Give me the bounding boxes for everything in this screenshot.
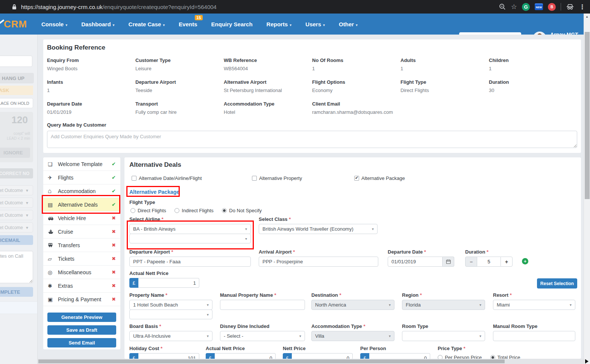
nett-price-input[interactable] (292, 353, 353, 359)
step-pricing-payment[interactable]: ▣Pricing & Payment✖ (43, 293, 120, 306)
nav-console[interactable]: Console▾ (41, 21, 67, 27)
alt-date-airline-flight-option[interactable]: Alternative Date/Airline/Flight (132, 175, 209, 181)
set-outcome-select-1[interactable]: Set Outcome▾ (0, 185, 33, 195)
minus-icon[interactable]: − (465, 257, 477, 267)
radio-do-not-specify[interactable] (222, 208, 227, 213)
holiday-cost-input[interactable] (138, 353, 199, 359)
actual-nett-price-2-input[interactable] (215, 353, 276, 359)
radio-direct-flights[interactable] (130, 208, 135, 213)
call-history-row[interactable]: ) (0, 301, 38, 314)
board-basis-select[interactable]: Ultra All-Inclusive▾ (129, 331, 212, 341)
call-notes-textarea[interactable] (0, 251, 33, 283)
step-cruise[interactable]: Cruise✖ (43, 225, 120, 239)
nav-events[interactable]: Events15 (179, 21, 197, 27)
nav-enquiry-search[interactable]: Enquiry Search (211, 21, 253, 27)
step-accommodation[interactable]: ⌂Accommodation✔ (43, 184, 120, 198)
manual-room-type-input[interactable] (493, 331, 575, 341)
voicemail-button[interactable]: ICEMAIL (0, 235, 33, 245)
radio-per-person-price[interactable] (438, 355, 443, 359)
nav-users[interactable]: Users▾ (305, 21, 325, 27)
departure-airport-input[interactable] (129, 257, 251, 267)
accommodation-type-select[interactable]: Villa▾ (311, 331, 394, 341)
incognito-icon (566, 4, 574, 10)
checkbox-checked-icon[interactable] (354, 176, 359, 181)
per-person-label: Per Person (360, 346, 430, 351)
nav-reports[interactable]: Reports▾ (267, 21, 292, 27)
arrival-airport-input[interactable] (259, 257, 378, 267)
browser-menu-icon[interactable]: ⋮ (579, 3, 585, 11)
nav-create-case[interactable]: Create Case▾ (129, 21, 165, 27)
extension-b-icon[interactable]: B (548, 3, 556, 11)
app-logo[interactable]: CRM (4, 18, 27, 30)
timer-hint-line1: ccept" will (14, 131, 30, 136)
save-as-draft-button[interactable]: Save as Draft (47, 325, 116, 335)
address-bar[interactable]: https://staging.journey-crm.co.uk/enquir… (21, 4, 217, 10)
departure-date-input[interactable] (388, 257, 443, 267)
horizontal-scrollbar[interactable] (38, 359, 584, 364)
step-miscellaneous[interactable]: ◎Miscellaneous✖ (43, 266, 120, 279)
hang-up-button[interactable]: HANG UP (0, 73, 34, 83)
region-select[interactable]: Florida▾ (402, 300, 485, 310)
scroll-up-icon[interactable]: ▲ (585, 15, 588, 18)
vertical-scrollbar-thumb[interactable] (585, 32, 590, 199)
room-type-select[interactable]: ▾ (402, 331, 485, 341)
query-made-by-customer-textarea[interactable] (47, 131, 577, 148)
chevron-down-icon: ▾ (356, 23, 358, 27)
new-extension-icon[interactable]: NEW (535, 3, 543, 10)
alt-property-option[interactable]: Alternative Property (252, 175, 309, 181)
destination-select[interactable]: North America▾ (311, 300, 394, 310)
property-name-select-secondary[interactable]: ▾ (129, 310, 212, 319)
cross-icon: ✖ (112, 283, 116, 288)
airline-select-secondary[interactable]: ▾ (129, 234, 251, 243)
radio-total-price[interactable] (490, 355, 495, 359)
booking-field: Flight TypeDirect Flights (400, 79, 489, 93)
call-timer-card: 120 ccept" will LEAD < 2 min IGNORE (0, 112, 33, 162)
horizontal-scrollbar-thumb[interactable] (38, 359, 505, 363)
add-flight-icon[interactable]: + (522, 258, 528, 264)
set-outcome-select-4[interactable]: Set Outcome▾ (0, 222, 33, 233)
complete-button[interactable]: MPLETE (0, 287, 33, 297)
step-welcome-template[interactable]: ❏Welcome Template✔ (43, 157, 120, 171)
reset-selection-button[interactable]: Reset Selection (537, 278, 577, 288)
plus-icon[interactable]: + (501, 257, 513, 267)
step-extras[interactable]: ✱Extras✖ (43, 279, 120, 293)
set-outcome-select-2[interactable]: Set Outcome▾ (0, 198, 33, 208)
step-vehicle-hire[interactable]: Vehicle Hire✖ (43, 211, 120, 225)
newspaper-icon: ▤ (48, 202, 55, 208)
incorrect-no-button[interactable]: INCORRECT NO (0, 168, 33, 178)
class-select[interactable]: British Airways World Traveller (Economy… (259, 224, 378, 234)
chevron-down-icon: ▾ (389, 303, 391, 307)
generate-preview-button[interactable]: Generate Preview (47, 313, 116, 322)
step-tickets[interactable]: ▱Tickets✖ (43, 252, 120, 266)
place-on-hold-button[interactable]: PLACE ON HOLD (0, 98, 33, 108)
checkbox-icon[interactable] (252, 176, 257, 181)
nav-other[interactable]: Other▾ (339, 21, 358, 27)
actual-nett-price-input[interactable] (138, 278, 199, 288)
chevron-down-icon: ▾ (479, 303, 481, 307)
grammarly-extension-icon[interactable]: G (522, 3, 530, 11)
per-person-input[interactable] (369, 353, 430, 359)
property-name-select[interactable]: 1 Hotel South Beach▾ (129, 300, 212, 310)
send-email-button[interactable]: Send Email (47, 338, 116, 347)
checkbox-icon[interactable] (132, 176, 137, 181)
radio-indirect-flights[interactable] (174, 208, 179, 213)
ignore-button[interactable]: IGNORE (0, 148, 30, 158)
bus-icon (48, 243, 55, 248)
bookmark-star-icon[interactable]: ☆ (511, 3, 517, 11)
vertical-scrollbar[interactable]: ▲ (584, 14, 590, 364)
nav-dashboard[interactable]: Dashboard▾ (81, 21, 114, 27)
manual-property-name-input[interactable] (220, 300, 305, 310)
disney-dine-select[interactable]: - Select -▾ (220, 331, 305, 341)
step-flights[interactable]: ✈Flights✔ (43, 171, 120, 184)
padlock-icon (12, 4, 17, 10)
set-outcome-select-3[interactable]: Set Outcome▾ (0, 210, 33, 220)
airline-select[interactable]: BA - British Airways▾ (129, 224, 251, 234)
arrival-airport-label: Arrival Airport (259, 249, 378, 255)
step-alternative-deals[interactable]: ▤Alternative Deals✔ (43, 198, 120, 211)
phone-number-input[interactable] (0, 56, 32, 67)
calendar-icon[interactable] (443, 257, 454, 267)
zoom-icon[interactable] (499, 3, 506, 11)
resort-select[interactable]: Miami▾ (493, 300, 575, 310)
step-transfers[interactable]: Transfers✖ (43, 239, 120, 252)
alt-package-option[interactable]: Alternative Package (354, 175, 412, 181)
